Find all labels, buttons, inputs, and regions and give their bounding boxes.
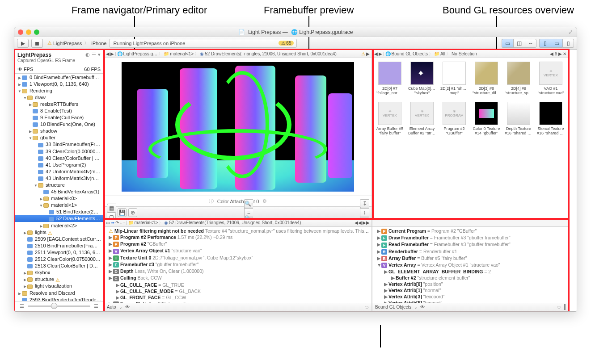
assistant-close-icon[interactable]: ✕ <box>563 51 566 56</box>
resource-thumb[interactable]: 2D[3] #8"structure_diffu… <box>473 62 500 96</box>
settings-icon[interactable]: ⚙ <box>262 198 267 204</box>
debug-row[interactable]: ▶VVertex Array Object #1 "structure vao" <box>104 247 371 254</box>
tree-item[interactable]: shadow <box>15 128 103 134</box>
tree-item[interactable]: 40 Clear(ColorBuffer | Stenci… <box>15 155 103 161</box>
tree-item[interactable]: 2509 [EAGLContext setCurrent… <box>15 235 103 242</box>
stop-button[interactable]: ◼ <box>31 39 43 48</box>
filter-icon-2[interactable]: ⬭ <box>557 305 561 310</box>
resources-jump-bar[interactable]: ◀▶| 🌐Bound GL Objects〉 📁All〉 No Selectio… <box>372 50 568 58</box>
resource-thumb[interactable]: ✳VERTEXVAO #1"structure vao" <box>537 62 565 96</box>
tree-item[interactable]: 2510 BindFramebuffer(Fra… ⚠ <box>15 242 103 249</box>
tree-item[interactable]: light visualization <box>15 283 103 289</box>
debug-row[interactable]: ▶GL_CULL_FACE = GL_TRUE <box>104 282 371 288</box>
step-in-icon[interactable]: ↓ <box>120 220 122 225</box>
step-over-icon[interactable]: ↷ <box>115 220 119 225</box>
debug-row[interactable]: ▶PCurrent Program = Program #2 "GBuffer" <box>372 228 568 234</box>
toggle-breakpoints-icon[interactable]: ▭ <box>106 220 110 225</box>
debug-row[interactable]: ▶Vertex Attrib[0] "position" <box>372 281 568 287</box>
debug-jump-bar[interactable]: ▭ ➠ ↷ ↓ ↑ | 📁material<1>〉 ◉52 DrawElemen… <box>104 219 371 227</box>
tree-item[interactable]: structure <box>15 182 103 188</box>
tree-item[interactable]: 2511 Viewport(0, 0, 1136, 640) <box>15 249 103 255</box>
debug-row[interactable]: ▶CCulling Back, CCW <box>104 275 371 281</box>
tree-item[interactable]: gbuffer <box>15 134 103 141</box>
pane-right-toggle[interactable] <box>565 304 566 310</box>
tree-item[interactable]: 43 UniformMatrix3fv(norma… <box>15 175 103 181</box>
debug-row[interactable]: ▶Vertex Attrib[5] "tangent" <box>372 300 568 303</box>
tree-item[interactable]: 2513 Clear(ColorBuffer | D… ⚠ <box>15 263 103 269</box>
debug-row[interactable]: ▶PProgram #2 "GBuffer" <box>104 241 371 247</box>
resource-thumb[interactable]: ✳VERTEXArray Buffer #5"fairy buffer" <box>376 102 404 136</box>
resource-thumb[interactable]: Depth Texture#16 "shared de… <box>505 102 532 136</box>
quicklook-icon-2[interactable]: 👁 <box>420 305 425 310</box>
zoom-out[interactable]: 🔍- <box>244 199 253 208</box>
auto-selector[interactable]: ⌄ <box>119 305 122 310</box>
view-single-icon[interactable]: ▢ <box>107 213 116 219</box>
toggle-navigator[interactable]: ▯ <box>539 39 551 48</box>
debug-row[interactable]: ▼VVertex Array = Vertex Array Object #1 … <box>372 262 568 268</box>
tree-item[interactable]: 8 Enable(Test) <box>15 107 103 114</box>
tree-item[interactable]: 9 Enable(Cull Face) <box>15 114 103 121</box>
tree-item[interactable]: 41 UseProgram(2) <box>15 161 103 168</box>
tree-item[interactable]: material<1> <box>15 202 103 209</box>
debug-row[interactable]: ▶GL_ELEMENT_ARRAY_BUFFER_BINDING = 2 <box>372 268 568 275</box>
navigator-scrubber[interactable]: ☰ ☰ <box>15 301 103 311</box>
tree-item[interactable]: 0 BindFramebuffer(Framebuffer, 1) <box>15 74 103 80</box>
call-tree[interactable]: 0 BindFramebuffer(Framebuffer, 1) 1 View… <box>15 74 103 301</box>
nav-filter-icon[interactable]: ◐ <box>85 52 90 58</box>
step-out-icon[interactable]: ↑ <box>123 220 125 225</box>
tree-item[interactable]: material<0> <box>15 195 103 202</box>
debug-row[interactable]: ▶RRenderbuffer = Renderbuffer #1 <box>372 248 568 255</box>
tree-item[interactable]: lights ⚠ <box>15 229 103 235</box>
nav-list-icon[interactable]: ☰ <box>92 52 96 58</box>
debug-row[interactable]: ▶FDraw Framebuffer = Framebuffer #3 "gbu… <box>372 234 568 241</box>
run-button[interactable]: ▶ <box>17 39 29 48</box>
debug-row[interactable]: ▶BArray Buffer = Buffer #5 "fairy buffer… <box>372 255 568 262</box>
tree-item[interactable]: material<2> <box>15 222 103 229</box>
resource-thumb[interactable]: Color 0 Texture#14 "gbuffer" <box>473 102 500 136</box>
debug-row[interactable]: ▶PProgram #2 Performance 1.57 ms (22.2%)… <box>104 234 371 241</box>
tree-item[interactable]: 2512 ClearColor(0.0750000, 0… <box>15 256 103 263</box>
tree-item[interactable]: 2593 BindRenderbuffer(Renderbuffer, 1) <box>15 296 103 301</box>
tree-item[interactable]: 39 ClearColor(0.0000000, 0… <box>15 148 103 155</box>
tree-item[interactable]: 45 BindVertexArray(1) <box>15 188 103 195</box>
editor-mode-version[interactable]: ↔ <box>525 39 536 48</box>
scheme-selector[interactable]: ⚠ LightPrepass 〉 iPhone <box>47 40 106 46</box>
filter-icon[interactable]: ⬭ <box>365 305 369 310</box>
tree-item[interactable]: Resolve and Discard <box>15 289 103 296</box>
tree-item[interactable]: resizeRTTBuffers <box>15 100 103 107</box>
debug-row[interactable]: ▶Buffer #2 "structure element buffer" <box>372 275 568 281</box>
debug-row[interactable]: ▶Vertex Attrib[3] "texcoord" <box>372 293 568 300</box>
tree-item[interactable]: Rendering <box>15 87 103 94</box>
tree-item[interactable]: 38 BindFramebuffer(Fra… ⚠ <box>15 141 103 148</box>
resources-grid[interactable]: 2D[0] #7"foliage_normal…✦Cube Map[0] #12… <box>372 58 568 218</box>
editor-jump-bar[interactable]: ◀▶| 🌐LightPrepass.g…〉 📁material<1>〉 ◉52 … <box>104 50 371 58</box>
debug-row[interactable]: ▶Vertex Attrib[1] "normal" <box>372 287 568 293</box>
toggle-utilities[interactable]: ▯ <box>562 39 574 48</box>
toggle-debug-area[interactable]: ▭ <box>551 39 562 48</box>
editor-mode-standard[interactable]: ▭ <box>502 39 513 48</box>
resource-thumb[interactable]: ✳PROGRAMProgram #2"GBuffer" <box>440 102 468 136</box>
tree-item[interactable]: 52 DrawElements(… ⚠ <box>15 215 103 222</box>
debug-row[interactable]: ▶FFramebuffer #3 "gbuffer framebuffer" <box>104 261 371 268</box>
debug-row[interactable]: ▶GL_FRONT_FACE = GL_CCW <box>104 294 371 301</box>
debug-row[interactable]: ▶TTexture Unit 0 2D:7"foliage_normal.pvr… <box>104 255 371 261</box>
continue-icon[interactable]: ➠ <box>111 220 114 225</box>
tree-item[interactable]: 42 UniformMatrix4fv(model… <box>15 168 103 175</box>
debug-row[interactable]: ⚠ Mip-Linear filtering might not be need… <box>104 228 371 234</box>
resource-thumb[interactable]: 2D[2] #1 "shadowmap" <box>440 62 468 96</box>
view-grid-icon[interactable]: ▦ <box>107 204 116 213</box>
info-icon[interactable]: ⓘ <box>209 198 214 205</box>
tree-item[interactable]: 1 Viewport(0, 0, 1136, 640) <box>15 80 103 87</box>
resource-thumb[interactable]: 2D[0] #7"foliage_normal… <box>376 62 404 96</box>
resource-thumb[interactable]: ✳VERTEXElement ArrayBuffer #2 "struc… <box>408 102 436 136</box>
tree-item[interactable]: skybox <box>15 269 103 276</box>
debug-row[interactable]: ▶DDepth Less, Write On, Clear (1.000000) <box>104 268 371 275</box>
tree-item[interactable]: structure ⚠ <box>15 276 103 283</box>
target-icon[interactable]: ⊕ <box>128 208 137 217</box>
quicklook-icon[interactable]: 👁 <box>125 305 130 310</box>
warning-badge[interactable]: ⚠ 65 <box>279 41 294 46</box>
save-icon[interactable]: 💾 <box>118 208 127 217</box>
debug-row[interactable]: ▶GL_CULL_FACE_MODE = GL_BACK <box>104 288 371 294</box>
framebuffer-image[interactable] <box>104 58 371 196</box>
flip-h-icon[interactable]: ↧ <box>360 199 369 208</box>
